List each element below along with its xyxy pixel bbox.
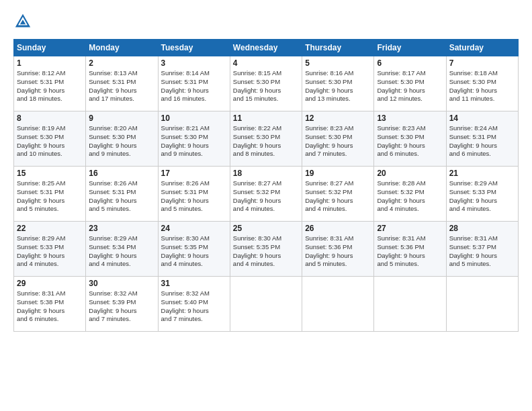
calendar-cell: 19 Sunrise: 8:27 AMSunset: 5:32 PMDaylig… (302, 167, 374, 222)
day-number: 17 (161, 169, 227, 178)
sunrise-label: Sunrise: 8:29 AM (89, 234, 137, 242)
calendar-cell: 3 Sunrise: 8:14 AMSunset: 5:31 PMDayligh… (158, 56, 230, 111)
daylight-minutes: and 6 minutes. (377, 150, 418, 157)
sunrise-label: Sunrise: 8:15 AM (233, 69, 281, 77)
daylight-hours: Daylight: 9 hours (89, 87, 136, 94)
calendar-body: 1 Sunrise: 8:12 AMSunset: 5:31 PMDayligh… (14, 56, 519, 332)
logo (13, 12, 35, 31)
calendar-cell: 11 Sunrise: 8:22 AMSunset: 5:30 PMDaylig… (230, 111, 302, 167)
day-info: Sunrise: 8:29 AMSunset: 5:33 PMDaylight:… (449, 179, 515, 214)
day-of-week-header: Saturday (446, 40, 518, 56)
calendar-cell: 23 Sunrise: 8:29 AMSunset: 5:34 PMDaylig… (86, 222, 158, 277)
daylight-hours: Daylight: 9 hours (17, 197, 64, 204)
daylight-minutes: and 4 minutes. (305, 205, 347, 212)
sunset-label: Sunset: 5:31 PM (17, 78, 64, 85)
daylight-minutes: and 7 minutes. (305, 150, 347, 157)
header (13, 12, 519, 31)
daylight-hours: Daylight: 9 hours (305, 142, 353, 149)
day-number: 16 (89, 169, 154, 178)
calendar-week-row: 22 Sunrise: 8:29 AMSunset: 5:33 PMDaylig… (14, 222, 519, 277)
sunrise-label: Sunrise: 8:31 AM (17, 289, 65, 297)
daylight-hours: Daylight: 9 hours (89, 252, 136, 259)
day-number: 3 (161, 58, 227, 68)
sunset-label: Sunset: 5:35 PM (161, 243, 208, 250)
sunrise-label: Sunrise: 8:23 AM (377, 124, 425, 132)
day-number: 29 (17, 279, 83, 288)
calendar-cell: 6 Sunrise: 8:17 AMSunset: 5:30 PMDayligh… (374, 56, 446, 111)
calendar-cell: 21 Sunrise: 8:29 AMSunset: 5:33 PMDaylig… (446, 167, 518, 222)
sunset-label: Sunset: 5:33 PM (449, 188, 496, 195)
daylight-hours: Daylight: 9 hours (161, 197, 209, 204)
daylight-hours: Daylight: 9 hours (449, 87, 497, 94)
daylight-hours: Daylight: 9 hours (161, 142, 209, 149)
day-info: Sunrise: 8:13 AMSunset: 5:31 PMDaylight:… (89, 69, 154, 103)
daylight-minutes: and 4 minutes. (89, 260, 130, 267)
daylight-hours: Daylight: 9 hours (161, 87, 209, 94)
calendar-cell: 8 Sunrise: 8:19 AMSunset: 5:30 PMDayligh… (14, 111, 86, 167)
day-info: Sunrise: 8:29 AMSunset: 5:34 PMDaylight:… (89, 234, 154, 269)
sunset-label: Sunset: 5:34 PM (89, 243, 136, 250)
day-info: Sunrise: 8:28 AMSunset: 5:32 PMDaylight:… (377, 179, 443, 214)
sunset-label: Sunset: 5:30 PM (233, 78, 280, 85)
day-info: Sunrise: 8:32 AMSunset: 5:39 PMDaylight:… (89, 289, 154, 324)
sunset-label: Sunset: 5:31 PM (161, 78, 208, 85)
day-number: 9 (89, 113, 154, 123)
daylight-minutes: and 7 minutes. (89, 315, 130, 322)
daylight-hours: Daylight: 9 hours (17, 87, 64, 94)
day-info: Sunrise: 8:15 AMSunset: 5:30 PMDaylight:… (233, 69, 299, 103)
calendar-cell: 9 Sunrise: 8:20 AMSunset: 5:30 PMDayligh… (86, 111, 158, 167)
daylight-minutes: and 18 minutes. (17, 95, 62, 102)
daylight-hours: Daylight: 9 hours (233, 142, 281, 149)
day-info: Sunrise: 8:29 AMSunset: 5:33 PMDaylight:… (17, 234, 83, 269)
calendar-cell: 18 Sunrise: 8:27 AMSunset: 5:32 PMDaylig… (230, 167, 302, 222)
daylight-hours: Daylight: 9 hours (17, 307, 64, 314)
sunset-label: Sunset: 5:36 PM (377, 243, 424, 250)
daylight-minutes: and 10 minutes. (17, 150, 62, 157)
daylight-hours: Daylight: 9 hours (89, 197, 136, 204)
day-info: Sunrise: 8:23 AMSunset: 5:30 PMDaylight:… (305, 124, 371, 158)
day-number: 26 (305, 224, 371, 233)
day-info: Sunrise: 8:23 AMSunset: 5:30 PMDaylight:… (377, 124, 443, 158)
day-info: Sunrise: 8:14 AMSunset: 5:31 PMDaylight:… (161, 69, 227, 103)
day-info: Sunrise: 8:26 AMSunset: 5:31 PMDaylight:… (161, 179, 227, 214)
daylight-hours: Daylight: 9 hours (377, 197, 425, 204)
day-info: Sunrise: 8:21 AMSunset: 5:30 PMDaylight:… (161, 124, 227, 158)
day-number: 11 (233, 113, 299, 123)
sunset-label: Sunset: 5:39 PM (89, 298, 136, 306)
calendar-cell: 1 Sunrise: 8:12 AMSunset: 5:31 PMDayligh… (14, 56, 86, 111)
day-info: Sunrise: 8:18 AMSunset: 5:30 PMDaylight:… (449, 69, 515, 103)
daylight-hours: Daylight: 9 hours (305, 197, 353, 204)
calendar-week-row: 8 Sunrise: 8:19 AMSunset: 5:30 PMDayligh… (14, 111, 519, 167)
daylight-minutes: and 5 minutes. (161, 205, 203, 212)
day-number: 7 (449, 58, 515, 68)
calendar-cell: 25 Sunrise: 8:30 AMSunset: 5:35 PMDaylig… (230, 222, 302, 277)
sunrise-label: Sunrise: 8:27 AM (233, 179, 281, 187)
sunrise-label: Sunrise: 8:14 AM (161, 69, 210, 77)
sunrise-label: Sunrise: 8:13 AM (89, 69, 137, 77)
day-of-week-header: Tuesday (158, 40, 230, 56)
sunset-label: Sunset: 5:30 PM (377, 133, 424, 140)
daylight-hours: Daylight: 9 hours (233, 252, 281, 259)
day-number: 5 (305, 58, 371, 68)
day-info: Sunrise: 8:16 AMSunset: 5:30 PMDaylight:… (305, 69, 371, 103)
sunset-label: Sunset: 5:36 PM (305, 243, 352, 250)
sunset-label: Sunset: 5:35 PM (233, 243, 280, 250)
sunset-label: Sunset: 5:30 PM (377, 78, 424, 85)
sunset-label: Sunset: 5:30 PM (161, 133, 208, 140)
day-number: 12 (305, 113, 371, 123)
day-info: Sunrise: 8:19 AMSunset: 5:30 PMDaylight:… (17, 124, 83, 158)
daylight-minutes: and 5 minutes. (305, 260, 347, 267)
daylight-hours: Daylight: 9 hours (377, 142, 425, 149)
day-info: Sunrise: 8:25 AMSunset: 5:31 PMDaylight:… (17, 179, 83, 214)
sunrise-label: Sunrise: 8:27 AM (305, 179, 353, 187)
day-number: 28 (449, 224, 515, 233)
daylight-minutes: and 11 minutes. (449, 95, 495, 102)
daylight-hours: Daylight: 9 hours (89, 142, 136, 149)
calendar-cell: 30 Sunrise: 8:32 AMSunset: 5:39 PMDaylig… (86, 277, 158, 332)
day-number: 21 (449, 169, 515, 178)
sunset-label: Sunset: 5:31 PM (89, 188, 136, 195)
day-info: Sunrise: 8:26 AMSunset: 5:31 PMDaylight:… (89, 179, 154, 214)
day-number: 27 (377, 224, 443, 233)
calendar-week-row: 1 Sunrise: 8:12 AMSunset: 5:31 PMDayligh… (14, 56, 519, 111)
sunset-label: Sunset: 5:31 PM (161, 188, 208, 195)
